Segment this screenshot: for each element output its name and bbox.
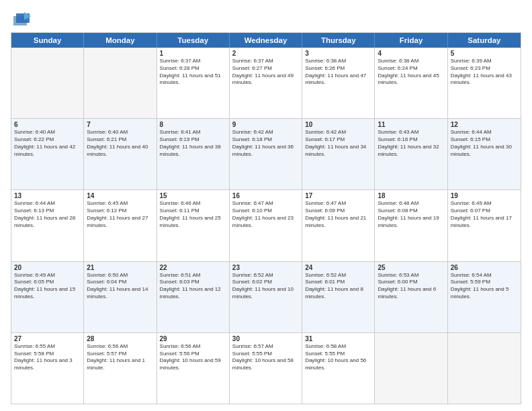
cell-details: Sunrise: 6:51 AM Sunset: 6:03 PM Dayligh… [160,272,226,301]
day-number: 25 [378,264,444,271]
cell-details: Sunrise: 6:44 AM Sunset: 6:13 PM Dayligh… [14,200,81,229]
calendar-cell: 15Sunrise: 6:46 AM Sunset: 6:11 PM Dayli… [157,190,230,261]
cell-details: Sunrise: 6:58 AM Sunset: 5:55 PM Dayligh… [305,343,371,372]
cell-details: Sunrise: 6:46 AM Sunset: 6:11 PM Dayligh… [160,200,226,229]
calendar-cell: 19Sunrise: 6:49 AM Sunset: 6:07 PM Dayli… [448,190,521,261]
cell-details: Sunrise: 6:53 AM Sunset: 6:00 PM Dayligh… [378,272,444,301]
calendar-cell [448,333,521,404]
day-number: 7 [87,121,153,128]
header-day-saturday: Saturday [448,33,521,48]
cell-details: Sunrise: 6:57 AM Sunset: 5:55 PM Dayligh… [232,343,299,372]
cell-details: Sunrise: 6:40 AM Sunset: 6:21 PM Dayligh… [87,129,153,158]
header-day-monday: Monday [84,33,157,48]
day-number: 14 [87,192,153,199]
day-number: 8 [160,121,226,128]
day-number: 20 [14,264,81,271]
calendar-cell: 8Sunrise: 6:41 AM Sunset: 6:19 PM Daylig… [157,119,230,189]
day-number: 31 [305,335,371,342]
calendar-cell: 12Sunrise: 6:44 AM Sunset: 6:15 PM Dayli… [448,119,521,189]
calendar-cell: 11Sunrise: 6:43 AM Sunset: 6:16 PM Dayli… [375,119,447,189]
cell-details: Sunrise: 6:47 AM Sunset: 6:10 PM Dayligh… [232,200,299,229]
day-number: 6 [14,121,81,128]
header-day-thursday: Thursday [302,33,375,48]
calendar-cell [84,48,157,118]
header-day-friday: Friday [375,33,447,48]
day-number: 17 [305,192,371,199]
logo-icon [11,11,30,27]
day-number: 13 [14,192,81,199]
cell-details: Sunrise: 6:43 AM Sunset: 6:16 PM Dayligh… [378,129,444,158]
calendar-cell: 5Sunrise: 6:39 AM Sunset: 6:23 PM Daylig… [448,48,521,118]
calendar-cell: 14Sunrise: 6:45 AM Sunset: 6:12 PM Dayli… [84,190,157,261]
cell-details: Sunrise: 6:44 AM Sunset: 6:15 PM Dayligh… [451,129,518,158]
calendar-cell: 2Sunrise: 6:37 AM Sunset: 6:27 PM Daylig… [230,48,302,118]
cell-details: Sunrise: 6:38 AM Sunset: 6:24 PM Dayligh… [378,58,444,87]
cell-details: Sunrise: 6:45 AM Sunset: 6:12 PM Dayligh… [87,200,153,229]
logo [11,11,31,27]
day-number: 26 [451,264,518,271]
cell-details: Sunrise: 6:39 AM Sunset: 6:23 PM Dayligh… [451,58,518,87]
calendar-cell: 7Sunrise: 6:40 AM Sunset: 6:21 PM Daylig… [84,119,157,189]
calendar-cell: 6Sunrise: 6:40 AM Sunset: 6:22 PM Daylig… [11,119,84,189]
day-number: 9 [232,121,299,128]
cell-details: Sunrise: 6:56 AM Sunset: 5:57 PM Dayligh… [87,343,153,372]
day-number: 4 [378,50,444,57]
calendar-cell: 31Sunrise: 6:58 AM Sunset: 5:55 PM Dayli… [302,333,375,404]
cell-details: Sunrise: 6:38 AM Sunset: 6:26 PM Dayligh… [305,58,371,87]
calendar-cell: 27Sunrise: 6:55 AM Sunset: 5:58 PM Dayli… [11,333,84,404]
cell-details: Sunrise: 6:41 AM Sunset: 6:19 PM Dayligh… [160,129,226,158]
calendar-cell: 9Sunrise: 6:42 AM Sunset: 6:18 PM Daylig… [230,119,302,189]
header-day-sunday: Sunday [11,33,84,48]
calendar-week-4: 20Sunrise: 6:49 AM Sunset: 6:05 PM Dayli… [11,262,521,333]
cell-details: Sunrise: 6:52 AM Sunset: 6:01 PM Dayligh… [305,272,371,301]
day-number: 23 [232,264,299,271]
calendar-week-2: 6Sunrise: 6:40 AM Sunset: 6:22 PM Daylig… [11,119,521,190]
calendar-cell [11,48,84,118]
calendar-cell: 10Sunrise: 6:42 AM Sunset: 6:17 PM Dayli… [302,119,375,189]
calendar-cell: 1Sunrise: 6:37 AM Sunset: 6:28 PM Daylig… [157,48,230,118]
calendar-week-1: 1Sunrise: 6:37 AM Sunset: 6:28 PM Daylig… [11,48,521,119]
cell-details: Sunrise: 6:42 AM Sunset: 6:17 PM Dayligh… [305,129,371,158]
calendar: SundayMondayTuesdayWednesdayThursdayFrid… [11,32,521,404]
day-number: 3 [305,50,371,57]
day-number: 18 [378,192,444,199]
cell-details: Sunrise: 6:37 AM Sunset: 6:27 PM Dayligh… [232,58,299,87]
calendar-week-3: 13Sunrise: 6:44 AM Sunset: 6:13 PM Dayli… [11,190,521,261]
calendar-cell: 24Sunrise: 6:52 AM Sunset: 6:01 PM Dayli… [302,262,375,332]
calendar-cell: 4Sunrise: 6:38 AM Sunset: 6:24 PM Daylig… [375,48,447,118]
cell-details: Sunrise: 6:47 AM Sunset: 6:09 PM Dayligh… [305,200,371,229]
day-number: 5 [451,50,518,57]
day-number: 16 [232,192,299,199]
day-number: 15 [160,192,226,199]
day-number: 29 [160,335,226,342]
header-day-wednesday: Wednesday [230,33,302,48]
cell-details: Sunrise: 6:54 AM Sunset: 5:59 PM Dayligh… [451,272,518,301]
calendar-cell: 3Sunrise: 6:38 AM Sunset: 6:26 PM Daylig… [302,48,375,118]
day-number: 2 [232,50,299,57]
day-number: 11 [378,121,444,128]
day-number: 27 [14,335,81,342]
calendar-cell: 17Sunrise: 6:47 AM Sunset: 6:09 PM Dayli… [302,190,375,261]
day-number: 24 [305,264,371,271]
cell-details: Sunrise: 6:52 AM Sunset: 6:02 PM Dayligh… [232,272,299,301]
cell-details: Sunrise: 6:55 AM Sunset: 5:58 PM Dayligh… [14,343,81,372]
cell-details: Sunrise: 6:56 AM Sunset: 5:56 PM Dayligh… [160,343,226,372]
calendar-cell: 21Sunrise: 6:50 AM Sunset: 6:04 PM Dayli… [84,262,157,332]
calendar-cell: 26Sunrise: 6:54 AM Sunset: 5:59 PM Dayli… [448,262,521,332]
header [11,11,521,27]
calendar-cell: 18Sunrise: 6:48 AM Sunset: 6:08 PM Dayli… [375,190,447,261]
calendar-cell: 13Sunrise: 6:44 AM Sunset: 6:13 PM Dayli… [11,190,84,261]
day-number: 22 [160,264,226,271]
calendar-cell: 16Sunrise: 6:47 AM Sunset: 6:10 PM Dayli… [230,190,302,261]
cell-details: Sunrise: 6:37 AM Sunset: 6:28 PM Dayligh… [160,58,226,87]
day-number: 12 [451,121,518,128]
day-number: 30 [232,335,299,342]
calendar-cell: 20Sunrise: 6:49 AM Sunset: 6:05 PM Dayli… [11,262,84,332]
day-number: 28 [87,335,153,342]
cell-details: Sunrise: 6:40 AM Sunset: 6:22 PM Dayligh… [14,129,81,158]
cell-details: Sunrise: 6:50 AM Sunset: 6:04 PM Dayligh… [87,272,153,301]
day-number: 1 [160,50,226,57]
calendar-cell: 23Sunrise: 6:52 AM Sunset: 6:02 PM Dayli… [230,262,302,332]
day-number: 21 [87,264,153,271]
cell-details: Sunrise: 6:48 AM Sunset: 6:08 PM Dayligh… [378,200,444,229]
